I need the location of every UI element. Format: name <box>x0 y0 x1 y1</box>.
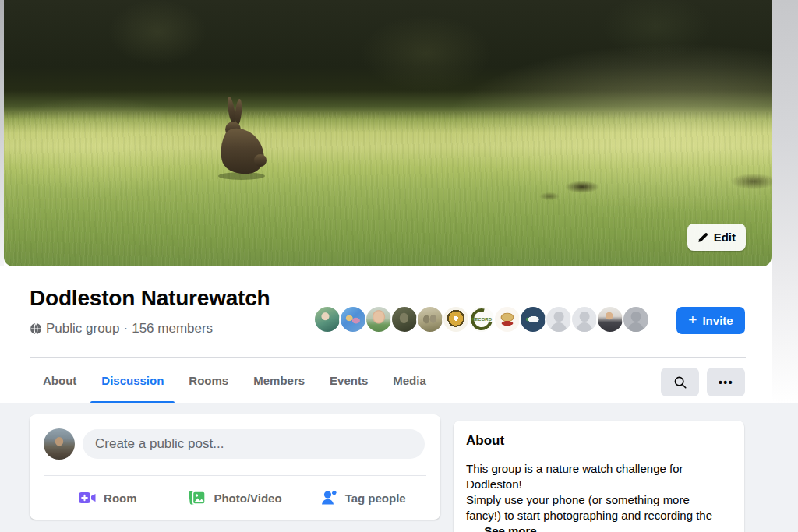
globe-icon <box>30 322 42 335</box>
member-avatar[interactable]: RECORD <box>468 305 496 333</box>
tag-people-button[interactable]: Tag people <box>298 476 426 520</box>
tag-people-label: Tag people <box>345 491 406 505</box>
member-avatar[interactable] <box>622 305 650 333</box>
member-avatar[interactable] <box>416 305 444 333</box>
invite-button[interactable]: + Invite <box>676 307 745 334</box>
user-avatar[interactable] <box>44 428 75 460</box>
about-text: This group is a nature watch challenge f… <box>454 449 731 532</box>
about-card: About This group is a nature watch chall… <box>454 421 744 532</box>
about-paragraph-1: This group is a nature watch challenge f… <box>466 462 683 491</box>
more-icon: ••• <box>719 377 733 388</box>
room-button[interactable]: Room <box>44 476 171 520</box>
tab-members[interactable]: Members <box>241 358 317 403</box>
invite-label: Invite <box>702 314 733 327</box>
member-avatar[interactable] <box>339 305 367 333</box>
more-button[interactable]: ••• <box>707 368 745 396</box>
edit-cover-label: Edit <box>714 231 736 244</box>
search-button[interactable] <box>661 368 699 396</box>
page-right-margin <box>772 0 798 403</box>
tab-discussion[interactable]: Discussion <box>89 358 176 403</box>
tab-events[interactable]: Events <box>317 358 380 403</box>
member-avatars[interactable]: RECORD <box>313 305 650 333</box>
group-tabs: About Discussion Rooms Members Events Me… <box>30 358 439 403</box>
member-count: 156 members <box>132 321 213 336</box>
member-avatar[interactable] <box>596 305 624 333</box>
see-more-link[interactable]: See more <box>484 524 537 532</box>
group-title: Dodleston Naturewatch <box>30 285 270 312</box>
header-actions: ••• <box>661 368 745 396</box>
group-content: Create a public post... Room <box>0 403 798 532</box>
privacy-label: Public group <box>46 321 120 336</box>
about-heading: About <box>454 421 744 449</box>
photo-video-label: Photo/Video <box>214 491 281 505</box>
member-avatar[interactable] <box>570 305 598 333</box>
room-icon <box>78 488 97 507</box>
grass-texture <box>4 112 772 266</box>
tab-about[interactable]: About <box>30 358 89 403</box>
member-avatar[interactable] <box>493 305 521 333</box>
member-avatar[interactable] <box>442 305 470 333</box>
group-header: Dodleston Naturewatch Public group · 156… <box>0 266 772 403</box>
room-label: Room <box>104 491 137 505</box>
composer-actions: Room Photo/Video <box>44 476 426 520</box>
group-meta: Public group · 156 members <box>30 321 213 336</box>
facebook-group-page: Edit Dodleston Naturewatch Public group … <box>0 0 798 532</box>
member-avatar[interactable] <box>390 305 418 333</box>
tag-people-icon <box>320 488 338 507</box>
hare-photo-subject <box>212 93 271 181</box>
tab-media[interactable]: Media <box>380 358 439 403</box>
member-avatar[interactable] <box>365 305 393 333</box>
page-left-margin <box>0 0 4 266</box>
photo-video-icon <box>188 488 207 507</box>
edit-cover-button[interactable]: Edit <box>687 224 746 251</box>
tab-rooms[interactable]: Rooms <box>176 358 241 403</box>
photo-video-button[interactable]: Photo/Video <box>171 476 299 520</box>
meta-separator: · <box>124 321 129 336</box>
member-avatar[interactable] <box>545 305 573 333</box>
create-post-card: Create a public post... Room <box>30 414 440 520</box>
cover-photo[interactable]: Edit <box>4 0 772 266</box>
create-post-input[interactable]: Create a public post... <box>83 429 425 459</box>
about-paragraph-2: Simply use your phone (or something more… <box>466 493 712 522</box>
pencil-icon <box>697 232 708 243</box>
member-avatar[interactable] <box>313 305 341 333</box>
member-avatar[interactable] <box>519 305 547 333</box>
truncation-ellipsis: … <box>467 524 479 532</box>
plus-icon: + <box>688 312 697 327</box>
search-icon <box>673 375 687 389</box>
record-logo-text: RECORD <box>471 317 492 322</box>
